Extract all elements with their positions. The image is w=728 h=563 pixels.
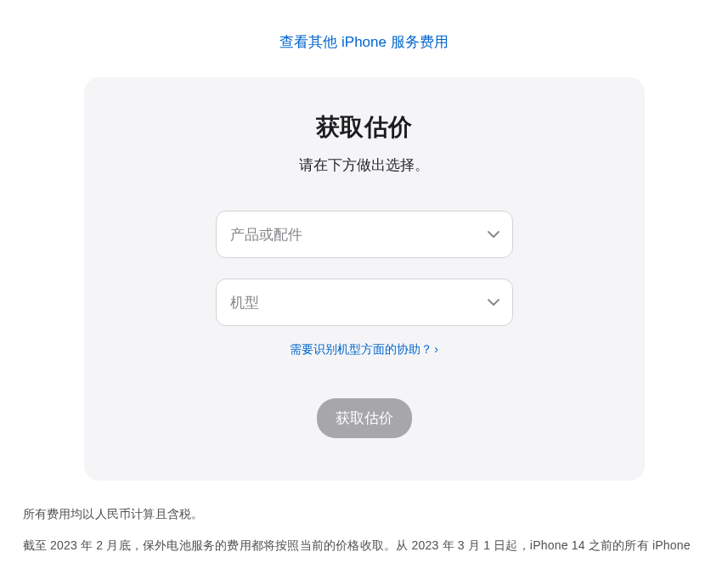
help-link-label: 需要识别机型方面的协助？ — [290, 342, 432, 356]
top-link-row: 查看其他 iPhone 服务费用 — [0, 0, 728, 77]
help-link-row: 需要识别机型方面的协助？› — [118, 341, 611, 358]
footnote-price-change-text: 截至 2023 年 2 月底，保外电池服务的费用都将按照当前的价格收取。从 20… — [23, 538, 691, 563]
page-container: 查看其他 iPhone 服务费用 获取估价 请在下方做出选择。 产品或配件 机型… — [0, 0, 728, 563]
get-estimate-button[interactable]: 获取估价 — [317, 398, 412, 438]
estimate-card: 获取估价 请在下方做出选择。 产品或配件 机型 需要识别机型方面的协助？› 获取… — [84, 77, 645, 481]
identify-model-help-link[interactable]: 需要识别机型方面的协助？› — [290, 342, 438, 356]
card-subtitle: 请在下方做出选择。 — [118, 155, 611, 175]
product-select-wrap: 产品或配件 — [216, 211, 513, 258]
chevron-right-icon: › — [434, 342, 438, 356]
footnote-currency: 所有费用均以人民币计算且含税。 — [23, 501, 706, 527]
footnotes: 所有费用均以人民币计算且含税。 截至 2023 年 2 月底，保外电池服务的费用… — [16, 501, 713, 563]
other-service-fees-link[interactable]: 查看其他 iPhone 服务费用 — [279, 34, 448, 50]
product-select[interactable]: 产品或配件 — [216, 211, 513, 258]
model-select-wrap: 机型 — [216, 279, 513, 326]
footnote-price-change: 截至 2023 年 2 月底，保外电池服务的费用都将按照当前的价格收取。从 20… — [23, 532, 706, 563]
model-select[interactable]: 机型 — [216, 279, 513, 326]
card-title: 获取估价 — [118, 111, 611, 144]
